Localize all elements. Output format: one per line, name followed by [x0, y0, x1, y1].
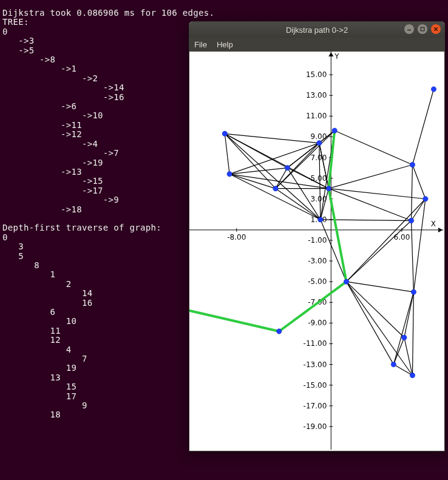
svg-point-119: [285, 165, 290, 170]
svg-point-116: [409, 218, 413, 223]
svg-point-112: [332, 128, 337, 133]
minimize-icon: [407, 27, 412, 32]
maximize-button[interactable]: [418, 24, 427, 34]
svg-line-86: [334, 130, 412, 164]
svg-text:13.00: 13.00: [306, 91, 327, 100]
svg-point-115: [326, 186, 331, 191]
svg-point-127: [410, 162, 415, 167]
menu-file[interactable]: File: [194, 40, 207, 49]
svg-text:7.00: 7.00: [311, 154, 327, 162]
svg-text:-17.00: -17.00: [304, 402, 327, 410]
svg-point-111: [277, 329, 282, 334]
svg-text:15.00: 15.00: [306, 70, 327, 79]
svg-point-124: [391, 362, 396, 367]
svg-line-81: [328, 189, 425, 199]
svg-text:-19.00: -19.00: [304, 422, 327, 431]
svg-line-98: [347, 282, 413, 375]
svg-point-117: [344, 279, 348, 284]
window-titlebar[interactable]: Dijkstra path 0->2: [189, 22, 444, 38]
svg-line-69: [276, 189, 321, 220]
close-button[interactable]: [431, 24, 441, 34]
svg-point-110: [227, 172, 232, 177]
minimize-button[interactable]: [404, 24, 414, 34]
svg-line-103: [393, 365, 412, 376]
plot-window: Dijkstra path 0->2 File Help XY-19.00-17…: [189, 21, 445, 451]
svg-line-99: [393, 292, 413, 364]
svg-line-93: [413, 199, 425, 292]
svg-text:Y: Y: [334, 52, 339, 61]
svg-point-118: [222, 131, 227, 136]
maximize-icon: [420, 27, 425, 32]
svg-text:-11.00: -11.00: [304, 339, 327, 348]
plot-svg: XY-19.00-17.00-15.00-13.00-11.00-9.00-7.…: [189, 52, 443, 450]
svg-line-55: [225, 134, 229, 174]
svg-text:6.00: 6.00: [394, 233, 410, 242]
svg-line-97: [347, 282, 404, 337]
svg-point-125: [402, 335, 407, 340]
svg-text:-3.00: -3.00: [308, 257, 327, 265]
svg-line-105: [189, 306, 279, 331]
svg-text:9.00: 9.00: [311, 132, 327, 141]
svg-line-100: [404, 292, 414, 337]
svg-point-122: [431, 87, 436, 92]
svg-point-114: [317, 140, 322, 145]
svg-text:5.00: 5.00: [311, 174, 327, 183]
svg-text:-8.00: -8.00: [227, 233, 246, 242]
svg-line-85: [321, 220, 347, 282]
svg-text:-15.00: -15.00: [304, 381, 327, 390]
svg-point-121: [423, 197, 428, 201]
svg-marker-6: [438, 228, 443, 232]
close-icon: [433, 27, 438, 32]
svg-rect-1: [421, 27, 424, 31]
svg-line-96: [347, 282, 394, 364]
svg-point-123: [411, 289, 416, 294]
svg-line-92: [412, 89, 433, 164]
svg-line-80: [328, 164, 412, 188]
svg-point-126: [410, 373, 415, 377]
svg-line-94: [347, 199, 426, 282]
svg-line-91: [412, 164, 425, 198]
svg-text:-5.00: -5.00: [308, 277, 327, 286]
svg-text:-1.00: -1.00: [308, 236, 327, 245]
plot-area[interactable]: XY-19.00-17.00-15.00-13.00-11.00-9.00-7.…: [189, 52, 443, 450]
svg-line-79: [328, 189, 411, 221]
svg-line-101: [412, 292, 413, 375]
svg-point-113: [318, 217, 323, 222]
svg-point-120: [273, 186, 278, 191]
svg-text:-9.00: -9.00: [308, 319, 327, 327]
svg-marker-7: [328, 52, 333, 56]
menubar: File Help: [189, 38, 444, 52]
svg-line-90: [412, 221, 414, 292]
svg-text:11.00: 11.00: [306, 112, 327, 120]
svg-line-108: [328, 130, 334, 188]
menu-help[interactable]: Help: [217, 40, 233, 49]
svg-text:X: X: [431, 220, 436, 228]
svg-line-95: [347, 282, 414, 292]
svg-text:-13.00: -13.00: [304, 360, 327, 369]
